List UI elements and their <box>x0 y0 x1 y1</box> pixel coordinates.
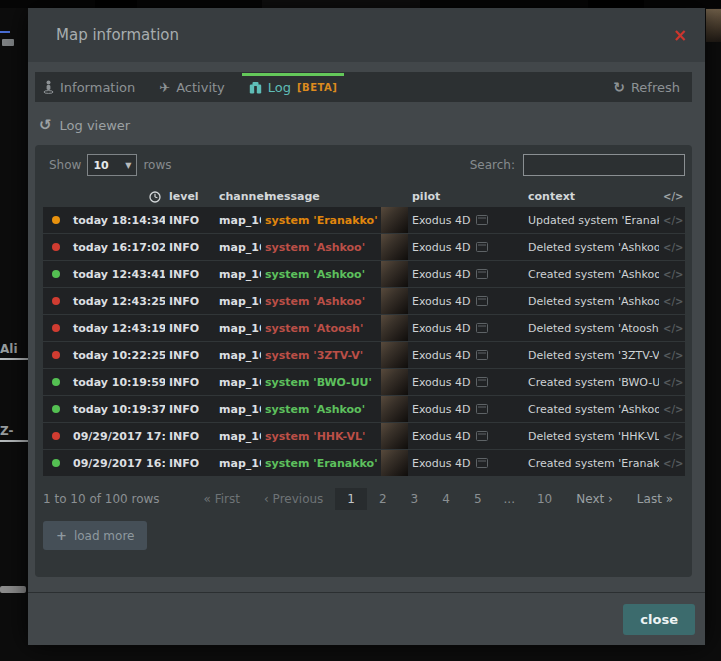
pagination-page-5[interactable]: 5 <box>462 488 494 510</box>
history-icon: ↺ <box>39 118 52 133</box>
refresh-label: Refresh <box>631 80 680 95</box>
close-icon[interactable]: × <box>673 27 687 44</box>
header-message[interactable]: message <box>261 190 381 203</box>
tab-activity[interactable]: ✈ Activity <box>159 80 225 95</box>
search-input[interactable] <box>523 154 685 176</box>
status-dot <box>52 432 60 440</box>
pilot-avatar <box>381 261 408 287</box>
log-message: system 'Eranakko' <box>261 214 381 227</box>
log-channel: map_16 <box>215 241 261 254</box>
log-context: Deleted system 'Ashkoo' ... <box>524 295 659 308</box>
log-channel: map_16 <box>215 349 261 362</box>
clock-icon[interactable] <box>69 190 165 203</box>
search-label: Search: <box>470 158 515 172</box>
pagination-page-10[interactable]: 10 <box>525 488 564 510</box>
table-row[interactable]: today 16:17:02 INFO map_16 system 'Ashko… <box>43 234 685 260</box>
status-dot-cell <box>43 243 69 251</box>
log-channel: map_16 <box>215 322 261 335</box>
log-channel: map_16 <box>215 403 261 416</box>
pagination-page-3[interactable]: 3 <box>399 488 431 510</box>
code-icon: </> <box>659 242 685 253</box>
header-channel[interactable]: channel <box>215 190 261 203</box>
beta-badge: [BETA] <box>297 82 337 93</box>
background-fragment <box>588 0 644 8</box>
log-message: system 'BWO-UU' <box>261 376 381 389</box>
section-title: Log viewer <box>60 118 131 133</box>
log-time: today 12:43:41 <box>69 268 165 281</box>
table-row[interactable]: 09/29/2017 17:34:25 INFO map_16 system '… <box>43 423 685 449</box>
background-fragment <box>95 0 137 8</box>
refresh-icon: ↻ <box>613 80 625 94</box>
load-more-button[interactable]: + load more <box>43 521 147 550</box>
header-pilot[interactable]: pilot <box>408 190 524 203</box>
chevron-down-icon: ▼ <box>125 161 131 170</box>
background-accent-line <box>0 31 10 33</box>
code-icon: </> <box>659 404 685 415</box>
pagination-last[interactable]: Last » <box>625 488 685 510</box>
log-channel: map_16 <box>215 295 261 308</box>
log-level: INFO <box>165 376 215 389</box>
header-level[interactable]: level <box>165 190 215 203</box>
pagination-next[interactable]: Next › <box>564 488 625 510</box>
tab-information[interactable]: Information <box>43 80 135 95</box>
log-level: INFO <box>165 295 215 308</box>
status-dot <box>52 243 60 251</box>
tab-log[interactable]: Log [BETA] <box>249 80 338 95</box>
code-icon: </> <box>659 296 685 307</box>
pilot-avatar <box>381 315 408 341</box>
table-row[interactable]: today 12:43:41 INFO map_16 system 'Ashko… <box>43 261 685 287</box>
log-channel: map_16 <box>215 214 261 227</box>
portrait-window-icon <box>476 269 488 279</box>
table-row[interactable]: today 18:14:34 INFO map_16 system 'Erana… <box>43 207 685 233</box>
tab-label: Information <box>60 80 135 95</box>
tab-label: Log <box>268 80 291 95</box>
table-body: today 18:14:34 INFO map_16 system 'Erana… <box>43 207 685 476</box>
table-row[interactable]: today 10:22:25 INFO map_16 system '3ZTV-… <box>43 342 685 368</box>
log-time: 09/29/2017 16:41:17 <box>69 457 165 470</box>
screen: Ali Z- Map information × Information ✈ A… <box>0 0 721 661</box>
log-level: INFO <box>165 322 215 335</box>
log-level: INFO <box>165 430 215 443</box>
code-icon: </> <box>659 377 685 388</box>
portrait-window-icon <box>476 404 488 414</box>
log-level: INFO <box>165 214 215 227</box>
log-time: today 12:43:25 <box>69 295 165 308</box>
header-context[interactable]: context <box>524 190 659 203</box>
pagination-info: 1 to 10 of 100 rows <box>43 492 192 506</box>
page-size-value: 10 <box>93 159 108 172</box>
pilot-name: Exodus 4D <box>412 295 471 308</box>
close-button[interactable]: close <box>623 604 695 635</box>
status-dot <box>52 405 60 413</box>
dialog-header: Map information × <box>28 8 705 62</box>
log-time: today 12:43:19 <box>69 322 165 335</box>
table-row[interactable]: today 10:19:59 INFO map_16 system 'BWO-U… <box>43 369 685 395</box>
pagination-previous[interactable]: ‹ Previous <box>252 488 335 510</box>
log-context: Created system 'Ashkoo' ... <box>524 268 659 281</box>
dialog-title: Map information <box>56 26 179 44</box>
table-row[interactable]: today 10:19:37 INFO map_16 system 'Ashko… <box>43 396 685 422</box>
pagination-page-1[interactable]: 1 <box>335 488 367 510</box>
background-image-fragment <box>706 9 721 42</box>
log-level: INFO <box>165 403 215 416</box>
log-channel: map_16 <box>215 457 261 470</box>
pilot-name: Exodus 4D <box>412 268 471 281</box>
pagination-page-4[interactable]: 4 <box>430 488 462 510</box>
status-dot <box>52 324 60 332</box>
pilot-avatar <box>381 450 408 476</box>
table-row[interactable]: today 12:43:25 INFO map_16 system 'Ashko… <box>43 288 685 314</box>
pagination-page-2[interactable]: 2 <box>367 488 399 510</box>
background-label: Ali <box>0 342 18 356</box>
table-row[interactable]: today 12:43:19 INFO map_16 system 'Atoos… <box>43 315 685 341</box>
refresh-button[interactable]: ↻ Refresh <box>613 80 680 95</box>
page-size-select[interactable]: 10 ▼ <box>87 154 137 176</box>
status-dot-cell <box>43 270 69 278</box>
log-message: system 'HHK-VL' <box>261 430 381 443</box>
log-time: today 10:19:59 <box>69 376 165 389</box>
pilot-name: Exodus 4D <box>412 403 471 416</box>
code-icon[interactable]: </> <box>659 191 685 202</box>
pilot-name: Exodus 4D <box>412 322 471 335</box>
portrait-window-icon <box>476 458 488 468</box>
table-row[interactable]: 09/29/2017 16:41:17 INFO map_16 system '… <box>43 450 685 476</box>
log-time: today 18:14:34 <box>69 214 165 227</box>
pagination-first[interactable]: « First <box>192 488 252 510</box>
